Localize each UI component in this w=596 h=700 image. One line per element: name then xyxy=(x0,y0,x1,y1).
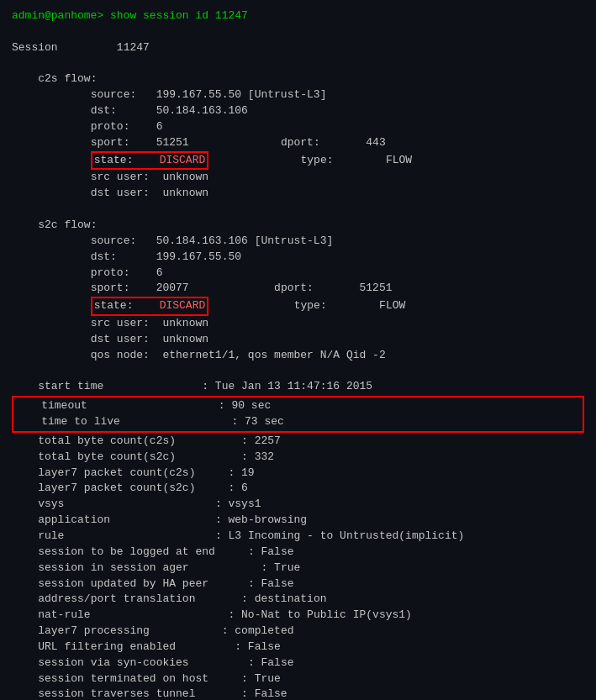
s2c-proto: proto: 6 xyxy=(12,266,584,282)
application: application : web-browsing xyxy=(12,513,584,529)
c2s-proto: proto: 6 xyxy=(12,119,584,135)
c2s-state-highlight: state: DISCARD xyxy=(91,151,209,171)
s2c-dst: dst: 199.167.55.50 xyxy=(12,250,584,266)
c2s-state-row: state: DISCARD type: FLOW xyxy=(12,151,584,171)
s2c-source: source: 50.184.163.106 [Untrust-L3] xyxy=(12,234,584,250)
timeout-row: timeout : 90 sec xyxy=(15,398,581,414)
session-ager: session in session ager : True xyxy=(12,561,584,576)
c2s-dst-user: dst user: unknown xyxy=(12,186,584,202)
vsys: vsys : vsys1 xyxy=(12,497,584,513)
rule: rule : L3 Incoming - to Untrusted(implic… xyxy=(12,529,584,545)
s2c-state-highlight: state: DISCARD xyxy=(91,297,209,316)
syn-cookies: session via syn-cookies : False xyxy=(12,655,584,671)
blank2 xyxy=(12,56,584,72)
terminal: admin@panhome> show session id 11247 Ses… xyxy=(12,8,584,700)
s2c-src-user: src user: unknown xyxy=(12,316,584,332)
c2s-src-user: src user: unknown xyxy=(12,170,584,186)
total-s2c: total byte count(s2c) : 332 xyxy=(12,450,584,466)
l7-processing: layer7 processing : completed xyxy=(12,624,584,639)
s2c-dst-user: dst user: unknown xyxy=(12,332,584,348)
c2s-sport-dport: sport: 51251 dport: 443 xyxy=(12,135,584,151)
s2c-label: s2c flow: xyxy=(12,218,584,234)
s2c-qos-node: qos node: ethernet1/1, qos member N/A Qi… xyxy=(12,348,584,364)
blank3 xyxy=(12,202,584,218)
l7-s2c: layer7 packet count(s2c) : 6 xyxy=(12,481,584,497)
blank-line xyxy=(12,24,584,40)
url-filtering: URL filtering enabled : False xyxy=(12,639,584,655)
c2s-dst: dst: 50.184.163.106 xyxy=(12,103,584,119)
start-time: start time : Tue Jan 13 11:47:16 2015 xyxy=(12,379,584,395)
c2s-source: source: 199.167.55.50 [Untrust-L3] xyxy=(12,87,584,103)
timeout-ttl-highlight: timeout : 90 sec time to live : 73 sec xyxy=(12,396,584,433)
ttl-row: time to live : 73 sec xyxy=(15,414,581,430)
traverses-tunnel: session traverses tunnel : False xyxy=(12,687,584,700)
s2c-sport-dport: sport: 20077 dport: 51251 xyxy=(12,281,584,297)
nat-rule: nat-rule : No-Nat to Public IP(vsys1) xyxy=(12,608,584,624)
blank4 xyxy=(12,364,584,380)
l7-c2s: layer7 packet count(c2s) : 19 xyxy=(12,466,584,482)
session-line: Session 11247 xyxy=(12,40,584,56)
c2s-label: c2s flow: xyxy=(12,71,584,87)
total-c2s: total byte count(c2s) : 2257 xyxy=(12,434,584,450)
terminated-host: session terminated on host : True xyxy=(12,671,584,687)
log-end: session to be logged at end : False xyxy=(12,545,584,561)
ha-peer: session updated by HA peer : False xyxy=(12,576,584,592)
addr-translation: address/port translation : destination xyxy=(12,592,584,608)
s2c-state-row: state: DISCARD type: FLOW xyxy=(12,297,584,316)
prompt-line: admin@panhome> show session id 11247 xyxy=(12,8,584,24)
